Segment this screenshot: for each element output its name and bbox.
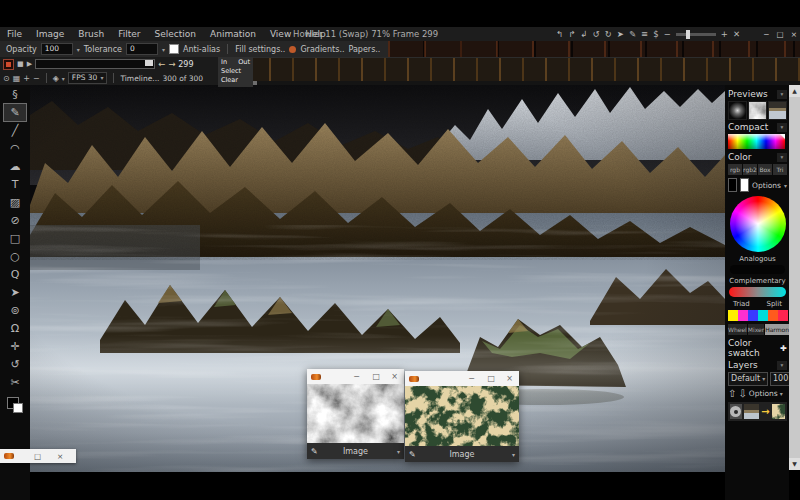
texture-preview-thumb[interactable] xyxy=(748,101,767,120)
brush-tool[interactable]: ✎ xyxy=(4,104,26,121)
tab-mixer[interactable]: Mixer xyxy=(748,324,764,335)
opacity-dropdown-icon[interactable]: ▾ xyxy=(77,46,80,53)
menu-filter[interactable]: Filter xyxy=(111,29,147,39)
tolerance-dropdown-icon[interactable]: ▾ xyxy=(162,46,165,53)
image-source-label[interactable]: Image xyxy=(307,447,404,456)
line-tool[interactable]: ╱ xyxy=(4,122,26,139)
menu-selection[interactable]: Selection xyxy=(148,29,203,39)
close-button[interactable]: × xyxy=(506,374,513,383)
primary-color-swatch[interactable] xyxy=(728,178,737,192)
menu-file[interactable]: File xyxy=(0,29,29,39)
mode-rgb[interactable]: rgb xyxy=(728,164,742,175)
menu-select[interactable]: Select xyxy=(221,67,241,75)
close-button[interactable]: × xyxy=(791,30,797,39)
rectangle-tool[interactable]: □ xyxy=(4,230,26,247)
fps-dropdown-icon[interactable]: ▾ xyxy=(100,73,103,83)
undo-icon[interactable]: ↺ xyxy=(593,27,600,41)
texture-window-2[interactable]: − □ × ✎ Image ▾ xyxy=(405,371,519,462)
filmstrip-scrollbar[interactable] xyxy=(248,81,800,85)
triad-swatch-2[interactable] xyxy=(738,310,748,321)
marker-icon[interactable]: ◈ xyxy=(53,74,59,83)
tab-wheel[interactable]: Wheel xyxy=(728,324,747,335)
close-button[interactable]: × xyxy=(391,372,398,381)
record-button[interactable] xyxy=(3,59,14,70)
clone-tool[interactable]: ⊚ xyxy=(4,302,26,319)
zoom-out-icon[interactable]: − xyxy=(664,27,671,41)
brush-preview-thumb[interactable] xyxy=(728,101,747,120)
color-swatch-pair[interactable] xyxy=(7,397,23,413)
layer-thumbnail[interactable] xyxy=(744,404,760,419)
tolerance-input[interactable]: 0 xyxy=(126,43,158,55)
mini-maximize-button[interactable]: □ xyxy=(34,452,41,461)
image-source-dropdown-icon[interactable]: ▾ xyxy=(397,448,400,455)
mode-box[interactable]: Box xyxy=(758,164,772,175)
collapsed-window-titlebar[interactable]: □ × xyxy=(0,449,76,463)
color-wheel[interactable] xyxy=(730,196,786,252)
stop-button[interactable]: ■ xyxy=(17,59,24,69)
rotate-icon[interactable]: ↲ xyxy=(580,27,587,41)
mode-rgb2[interactable]: rgb2 xyxy=(743,164,757,175)
frame-slider[interactable] xyxy=(35,59,155,69)
currency-icon[interactable]: $ xyxy=(653,27,658,41)
ellipse-tool[interactable]: ○ xyxy=(4,248,26,265)
background-color-swatch[interactable] xyxy=(13,403,23,413)
magnifier-tool[interactable]: Q xyxy=(4,266,26,283)
symmetry-tool[interactable]: § xyxy=(4,86,26,103)
marker-dropdown-icon[interactable]: ▾ xyxy=(62,75,65,82)
remove-frame-button[interactable]: − xyxy=(33,74,40,83)
maximize-button[interactable]: □ xyxy=(487,374,495,383)
triad-swatch-1[interactable] xyxy=(728,310,738,321)
add-swatch-icon[interactable]: ✚ xyxy=(780,344,787,353)
minimize-button[interactable]: − xyxy=(763,30,769,39)
maximize-button[interactable]: □ xyxy=(777,30,784,39)
prev-frame-button[interactable]: ← xyxy=(158,59,165,69)
mini-close-button[interactable]: × xyxy=(57,452,63,461)
curve-tool[interactable]: ◠ xyxy=(4,140,26,157)
flip-v-icon[interactable]: ↱ xyxy=(568,27,575,41)
compact-dropdown-icon[interactable]: ▾ xyxy=(777,123,787,132)
zoom-in-icon[interactable]: + xyxy=(721,27,728,41)
frame-slider-handle[interactable] xyxy=(145,60,153,66)
camouflage-texture-image[interactable] xyxy=(405,386,519,446)
lasso-tool[interactable]: Ω xyxy=(4,320,26,337)
cursor-icon[interactable]: ➤ xyxy=(617,27,624,41)
split-swatch-1[interactable] xyxy=(758,310,768,321)
layer-visibility-cell[interactable] xyxy=(730,404,742,419)
layer-mode-select[interactable]: Default ▾ xyxy=(728,372,768,386)
color-options-dropdown-icon[interactable]: ▾ xyxy=(784,182,787,189)
complementary-bar[interactable] xyxy=(729,287,786,297)
move-tool[interactable]: ✛ xyxy=(4,338,26,355)
brush-icon[interactable]: ✎ xyxy=(629,27,636,41)
redo-icon[interactable]: ↻ xyxy=(605,27,612,41)
onion-skin-icon[interactable]: ⊙ xyxy=(3,74,10,83)
layer-down-icon[interactable]: ⇩ xyxy=(738,388,746,399)
image-source-label[interactable]: Image xyxy=(405,450,519,459)
grayscale-texture-image[interactable] xyxy=(307,384,404,443)
scroll-track[interactable] xyxy=(789,97,800,458)
scroll-down-icon[interactable]: ▼ xyxy=(789,458,800,470)
clear-icon[interactable]: ✕ xyxy=(733,27,740,41)
pick-tool[interactable]: ➤ xyxy=(4,284,26,301)
analogous-bar[interactable] xyxy=(730,265,785,274)
layer-strip[interactable]: → xyxy=(728,402,787,421)
menu-clear[interactable]: Clear xyxy=(221,76,238,84)
menu-in[interactable]: In xyxy=(221,58,227,67)
scissors-tool[interactable]: ✂ xyxy=(4,374,26,391)
split-swatch-3[interactable] xyxy=(778,310,788,321)
scroll-up-icon[interactable]: ▲ xyxy=(789,85,800,97)
secondary-color-swatch[interactable] xyxy=(740,178,749,192)
layer-options-dropdown-icon[interactable]: ▾ xyxy=(780,390,783,397)
previews-dropdown-icon[interactable]: ▾ xyxy=(777,90,787,99)
menu-image[interactable]: Image xyxy=(29,29,71,39)
menu-out[interactable]: Out xyxy=(238,58,250,67)
texture-window-2-titlebar[interactable]: − □ × xyxy=(405,371,519,386)
antialias-checkbox[interactable] xyxy=(169,44,179,54)
outline-ellipse-tool[interactable]: ⊘ xyxy=(4,212,26,229)
airbrush-tool[interactable]: ☁ xyxy=(4,158,26,175)
flip-h-icon[interactable]: ↰ xyxy=(556,27,563,41)
list-icon[interactable]: ≡ xyxy=(641,27,648,41)
fill-settings-button[interactable]: Fill settings.. xyxy=(235,45,285,54)
layer-options-button[interactable]: Options xyxy=(749,389,778,398)
menu-animation[interactable]: Animation xyxy=(203,29,263,39)
shear-tool[interactable]: ▨ xyxy=(4,194,26,211)
